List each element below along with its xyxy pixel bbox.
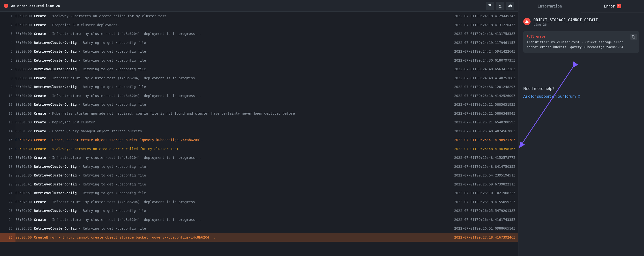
line-number: 12: [0, 109, 16, 118]
absolute-time: 2022-07-01T09:26:10.102190823Z: [454, 189, 515, 198]
absolute-time: 2022-07-01T09:25:48.414639816Z: [454, 145, 515, 154]
absolute-time: 2022-07-01T09:25:40.487456708Z: [454, 127, 515, 136]
log-line[interactable]: 2600:03:00 CreateError - Error, cannot c…: [0, 233, 518, 242]
log-line[interactable]: 1800:01:30 RetrieveClusterConfig - Retry…: [0, 162, 518, 171]
line-body: 00:00:11 RetrieveClusterConfig - Retryin…: [16, 56, 518, 65]
log-message: - Retrying to get kubeconfig file.: [77, 102, 148, 106]
relative-time: 00:01:41: [16, 182, 32, 186]
line-number: 7: [0, 65, 16, 74]
log-keyword: Create: [34, 14, 46, 18]
log-keyword: Create: [34, 76, 46, 80]
absolute-time: 2022-07-01T09:26:18.415505922Z: [454, 198, 515, 207]
relative-time: 00:02:07: [16, 209, 32, 213]
log-line[interactable]: 2500:02:32 RetrieveClusterConfig - Retry…: [0, 224, 518, 233]
log-line[interactable]: 1600:01:30 Create - scaleway.kubernetes.…: [0, 145, 518, 154]
log-line[interactable]: 2300:02:07 RetrieveClusterConfig - Retry…: [0, 206, 518, 215]
absolute-time: 2022-07-01T09:25:48.415257877Z: [454, 153, 515, 162]
log-line[interactable]: 2200:02:00 Create - Infrastructure 'my-c…: [0, 198, 518, 207]
log-message: - Retrying to get kubeconfig file.: [77, 67, 148, 71]
log-line[interactable]: 600:00:11 RetrieveClusterConfig - Retryi…: [0, 56, 518, 65]
svg-line-0: [521, 65, 574, 146]
log-line[interactable]: 400:00:00 RetrieveClusterConfig - Retryi…: [0, 38, 518, 47]
download-button[interactable]: [496, 2, 504, 10]
log-line[interactable]: 100:00:00 Create - scaleway.kubernetes.o…: [0, 12, 518, 21]
log-line[interactable]: 300:00:00 Create - Infrastructure 'my-cl…: [0, 29, 518, 38]
line-number: 21: [0, 189, 16, 198]
relative-time: 00:01:30: [16, 165, 32, 169]
topbar-left: ! An error occured line 26: [4, 4, 60, 8]
line-body: 00:00:00 Create - Preparing SCW cluster …: [16, 21, 518, 30]
scroll-top-button[interactable]: [486, 2, 494, 10]
absolute-time: 2022-07-01T09:24:56.120124829Z: [454, 82, 515, 91]
log-message: - Retrying to get kubeconfig file.: [77, 191, 148, 195]
absolute-time: 2022-07-01T09:26:25.547920138Z: [454, 206, 515, 215]
absolute-time: 2022-07-01T09:27:18.416739246Z: [454, 233, 515, 242]
absolute-time: 2022-07-01T09:25:48.841475035Z: [454, 162, 515, 171]
log-line[interactable]: 2000:01:41 RetrieveClusterConfig - Retry…: [0, 180, 518, 189]
log-message: - Infrastructure 'my-cluster-test (z4c8b…: [46, 76, 201, 80]
log-line[interactable]: 2100:01:51 RetrieveClusterConfig - Retry…: [0, 189, 518, 198]
log-message: - Infrastructure 'my-cluster-test (z4c8b…: [46, 200, 201, 204]
log-line[interactable]: 1200:01:03 Create - Kubernetes cluster u…: [0, 109, 518, 118]
log-keyword: RetrieveClusterConfig: [34, 226, 77, 230]
log-line[interactable]: 800:00:30 Create - Infrastructure 'my-cl…: [0, 74, 518, 83]
line-body: 00:01:30 Create - scaleway.kubernetes.on…: [16, 145, 518, 154]
error-subtitle: Line 26: [534, 23, 600, 26]
log-message: - Infrastructure 'my-cluster-test (z4c8b…: [46, 94, 201, 98]
error-header: OBJECT_STORAGE_CANNOT_CREATE_ Line 26: [523, 18, 639, 26]
log-keyword: Create: [34, 111, 46, 115]
log-line[interactable]: 1500:01:23 Create - Error, cannot create…: [0, 136, 518, 145]
log-line[interactable]: 2400:02:30 Create - Infrastructure 'my-c…: [0, 215, 518, 224]
line-body: 00:00:00 RetrieveClusterConfig - Retryin…: [16, 38, 518, 47]
error-icon: !: [4, 4, 8, 8]
main-panel: ! An error occured line 26 100:00:00 Cre…: [0, 0, 518, 256]
arrow-up-bar-icon: [488, 4, 492, 8]
absolute-time: 2022-07-01T09:25:41.419892178Z: [454, 136, 515, 145]
external-link-icon: [577, 95, 580, 98]
line-number: 25: [0, 224, 16, 233]
log-line[interactable]: 500:00:06 RetrieveClusterConfig - Retryi…: [0, 47, 518, 56]
log-line[interactable]: 1100:01:03 RetrieveClusterConfig - Retry…: [0, 100, 518, 109]
line-number: 5: [0, 47, 16, 56]
absolute-time: 2022-07-01T09:24:18.413122047Z: [454, 21, 515, 30]
copy-button[interactable]: [630, 34, 637, 40]
log-keyword: Create: [34, 23, 46, 27]
log-keyword: RetrieveClusterConfig: [34, 67, 77, 71]
relative-time: 00:00:00: [16, 41, 32, 45]
log-message: - Error, cannot create object storage bu…: [46, 138, 203, 142]
line-body: 00:00:06 RetrieveClusterConfig - Retryin…: [16, 47, 518, 56]
line-number: 9: [0, 82, 16, 91]
log-line[interactable]: 1400:01:22 Create - Create Qovery manage…: [0, 127, 518, 136]
line-body: 00:02:32 RetrieveClusterConfig - Retryin…: [16, 224, 518, 233]
absolute-time: 2022-07-01T09:26:48.416174335Z: [454, 215, 515, 224]
cloud-download-button[interactable]: [506, 2, 514, 10]
log-message: - Create Qovery managed object storage b…: [46, 129, 142, 133]
line-body: 00:02:00 Create - Infrastructure 'my-clu…: [16, 198, 518, 207]
tab-information[interactable]: Information: [518, 0, 581, 13]
tab-error-label: Error: [604, 4, 615, 9]
tab-error[interactable]: Error 1: [581, 0, 644, 13]
log-line[interactable]: 1000:01:00 Create - Infrastructure 'my-c…: [0, 91, 518, 100]
absolute-time: 2022-07-01T09:25:21.588634894Z: [454, 109, 515, 118]
absolute-time: 2022-07-01T09:24:24.594142264Z: [454, 47, 515, 56]
log-area[interactable]: 100:00:00 Create - scaleway.kubernetes.o…: [0, 12, 518, 256]
log-line[interactable]: 1300:01:03 Create - Deploying SCW cluste…: [0, 118, 518, 127]
log-line[interactable]: 700:00:22 RetrieveClusterConfig - Retryi…: [0, 65, 518, 74]
relative-time: 00:02:30: [16, 218, 32, 222]
line-number: 11: [0, 100, 16, 109]
absolute-time: 2022-07-01T09:25:59.673982211Z: [454, 180, 515, 189]
help-link[interactable]: Ask for support on our forum: [523, 94, 580, 99]
log-message: - Retrying to get kubeconfig file.: [77, 58, 148, 62]
log-line[interactable]: 1900:01:35 RetrieveClusterConfig - Retry…: [0, 171, 518, 180]
log-message: - Retrying to get kubeconfig file.: [77, 226, 148, 230]
absolute-time: 2022-07-01T09:24:18.412944534Z: [454, 12, 515, 21]
error-count-badge: 1: [617, 4, 621, 8]
log-message: - Retrying to get kubeconfig file.: [77, 85, 148, 89]
log-line[interactable]: 1700:01:30 Create - Infrastructure 'my-c…: [0, 153, 518, 162]
line-body: 00:01:23 Create - Error, cannot create o…: [16, 136, 518, 145]
line-number: 2: [0, 21, 16, 30]
line-body: 00:01:03 Create - Kubernetes cluster upg…: [16, 109, 518, 118]
log-line[interactable]: 900:00:37 RetrieveClusterConfig - Retryi…: [0, 82, 518, 91]
line-number: 18: [0, 162, 16, 171]
log-line[interactable]: 200:00:00 Create - Preparing SCW cluster…: [0, 21, 518, 30]
